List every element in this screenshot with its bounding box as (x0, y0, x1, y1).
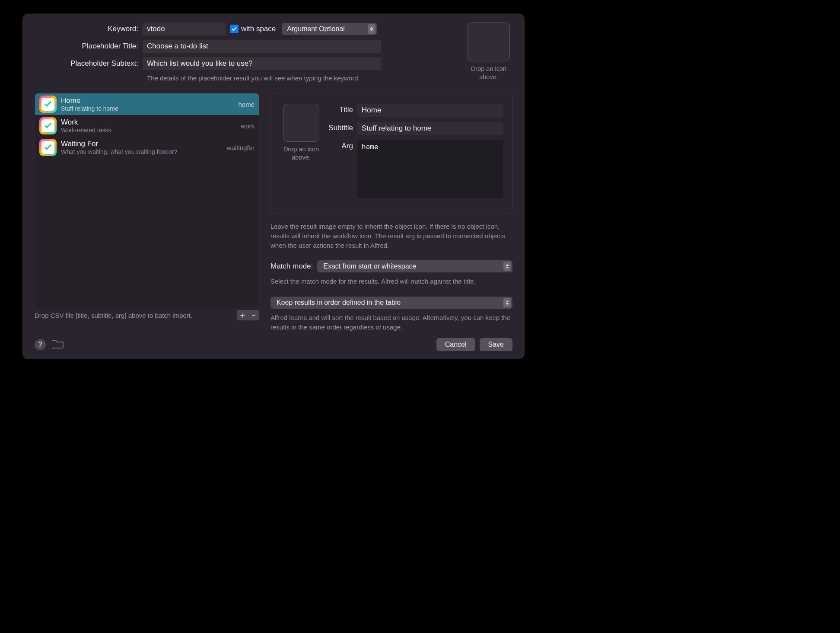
result-image-note: Leave the result image empty to inherit … (270, 222, 512, 250)
list-item-title: Home (61, 96, 235, 105)
results-list[interactable]: HomeStuff relating to homehomeWorkWork-r… (35, 93, 259, 308)
cancel-button[interactable]: Cancel (436, 338, 475, 351)
placeholder-subtext-label: Placeholder Subtext: (35, 59, 143, 68)
object-icon-drop-text: Drop an icon above. (465, 65, 512, 81)
dialog-window: Keyword: with space Argument Optional Pl… (22, 14, 525, 359)
placeholder-title-label: Placeholder Title: (35, 42, 143, 51)
list-item[interactable]: WorkWork-related taskswork (35, 115, 259, 137)
with-space-label: with space (241, 25, 276, 33)
checklist-app-icon (39, 117, 57, 134)
match-mode-help: Select the match mode for the results. A… (270, 277, 512, 286)
checklist-app-icon (39, 139, 57, 156)
match-mode-select[interactable]: Exact from start or whitespace (317, 260, 512, 272)
object-icon-column: Drop an icon above. (465, 22, 512, 82)
placeholder-subtext-input[interactable] (143, 57, 381, 70)
list-item[interactable]: Waiting ForWhat you waiting, what you wa… (35, 137, 259, 158)
stepper-icon (503, 298, 511, 307)
detail-subtitle-input[interactable] (357, 122, 503, 135)
bottom-bar: ? Cancel Save (35, 338, 512, 351)
list-item-subtitle: Work-related tasks (61, 127, 237, 134)
add-row-button[interactable]: ＋ (237, 310, 248, 320)
list-item-text: WorkWork-related tasks (61, 118, 237, 134)
list-item-title: Work (61, 118, 237, 127)
form-top: Keyword: with space Argument Optional Pl… (35, 22, 512, 82)
list-column: HomeStuff relating to homehomeWorkWork-r… (35, 93, 259, 332)
detail-column: Drop an icon above. Title Subtitle Arg (270, 93, 512, 332)
match-mode-value: Exact from start or whitespace (323, 262, 416, 270)
detail-panel: Drop an icon above. Title Subtitle Arg (270, 93, 512, 214)
middle-split: HomeStuff relating to homehomeWorkWork-r… (35, 93, 512, 332)
detail-title-input[interactable] (357, 104, 503, 117)
keyword-input[interactable] (143, 22, 226, 35)
detail-title-label: Title (327, 104, 357, 114)
argument-mode-select[interactable]: Argument Optional (282, 23, 377, 35)
list-item-subtitle: Stuff relating to home (61, 105, 235, 112)
list-item-arg: work (241, 122, 255, 130)
with-space-checkbox[interactable] (230, 25, 239, 33)
placeholder-title-input[interactable] (143, 40, 381, 53)
checklist-app-icon (39, 96, 57, 113)
detail-subtitle-label: Subtitle (327, 122, 357, 132)
detail-arg-label: Arg (327, 140, 357, 150)
keyword-label: Keyword: (35, 25, 143, 33)
placeholder-help-text: The details of the placeholder result yo… (147, 74, 393, 82)
list-item-subtitle: What you waiting, what you waiting foooo… (61, 148, 223, 155)
remove-row-button[interactable]: － (248, 310, 259, 320)
list-item-text: HomeStuff relating to home (61, 96, 235, 112)
result-icon-drop-text: Drop an icon above. (283, 145, 319, 162)
help-button[interactable]: ? (35, 339, 46, 350)
list-item-text: Waiting ForWhat you waiting, what you wa… (61, 140, 223, 155)
result-icon-dropwell[interactable] (283, 104, 319, 142)
csv-hint: Drop CSV file [title, subtitle, arg] abo… (35, 312, 192, 319)
result-order-value: Keep results in order defined in the tab… (277, 299, 401, 307)
reveal-folder-button[interactable] (52, 339, 64, 350)
argument-mode-value: Argument Optional (287, 25, 344, 33)
stepper-icon (503, 262, 511, 271)
object-icon-dropwell[interactable] (468, 22, 510, 61)
list-item-arg: home (238, 101, 255, 108)
result-order-select[interactable]: Keep results in order defined in the tab… (270, 297, 512, 309)
form-left: Keyword: with space Argument Optional Pl… (35, 22, 393, 82)
result-order-help: Alfred learns and will sort the result b… (270, 313, 512, 332)
list-item-title: Waiting For (61, 140, 223, 148)
save-button[interactable]: Save (480, 338, 512, 351)
detail-arg-input[interactable] (357, 140, 503, 198)
list-item[interactable]: HomeStuff relating to homehome (35, 93, 259, 115)
match-mode-label: Match mode: (270, 262, 313, 271)
stepper-icon (368, 24, 375, 34)
list-item-arg: waitingfor (227, 144, 255, 151)
